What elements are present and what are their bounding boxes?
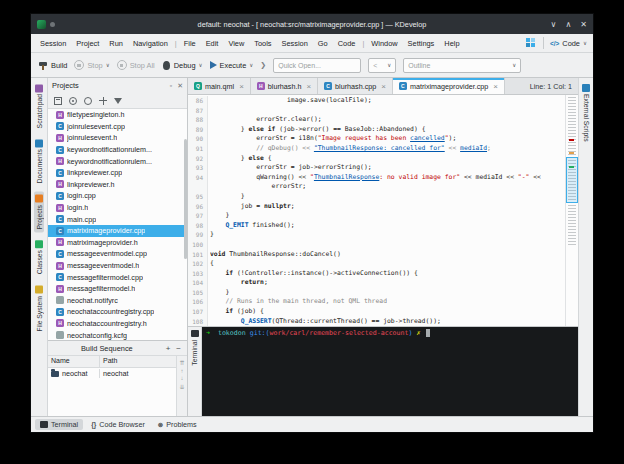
build-selection-icon[interactable] bbox=[69, 97, 77, 105]
tree-item[interactable]: Cneochataccountregistry.cpp bbox=[48, 306, 187, 318]
code-line: 108 Q_ASSERT(QThread::currentThread() ==… bbox=[188, 317, 565, 326]
code-line-text: image.save(localFile); bbox=[210, 96, 372, 106]
terminal-dock-tab[interactable]: Terminal bbox=[188, 327, 202, 416]
titlebar[interactable]: default: neochat - [ neochat:src/matrixi… bbox=[31, 14, 593, 34]
menu-run[interactable]: Run bbox=[104, 39, 128, 48]
terminal[interactable]: ➜ tokodon git:(work/carl/remember-select… bbox=[202, 327, 578, 416]
file-icon-h: H bbox=[56, 238, 64, 246]
tree-item-label: messageeventmodel.cpp bbox=[67, 249, 147, 258]
sidebar-tab-label: Classes bbox=[36, 250, 43, 274]
menu-window[interactable]: Window bbox=[366, 39, 402, 48]
tree-item[interactable]: Cmain.cpp bbox=[48, 213, 187, 225]
tree-item[interactable]: Hlinkpreviewer.h bbox=[48, 179, 187, 191]
cursor-position-status: Line: 1 Col: 1 bbox=[524, 78, 578, 94]
tree-item[interactable]: Hmatriximageprovider.h bbox=[48, 237, 187, 249]
menu-tools[interactable]: Tools bbox=[249, 39, 276, 48]
tab-close-icon[interactable]: × bbox=[306, 82, 311, 91]
menu-file[interactable]: File bbox=[179, 39, 201, 48]
stop-button[interactable]: Stop ∨ bbox=[74, 60, 109, 70]
tree-item[interactable]: Cmessageeventmodel.cpp bbox=[48, 248, 187, 260]
close-dock-icon[interactable]: ✕ bbox=[177, 82, 183, 90]
code-area-icon: </> bbox=[550, 40, 559, 47]
execute-button[interactable]: Execute ∨ bbox=[210, 61, 254, 70]
tree-item[interactable]: Hneochataccountregistry.h bbox=[48, 318, 187, 330]
tree-item[interactable]: neochat.notifyrc bbox=[48, 295, 187, 307]
menu-edit[interactable]: Edit bbox=[201, 39, 224, 48]
menu-code[interactable]: Code bbox=[333, 39, 361, 48]
right-tab-external-scripts[interactable]: External Scripts bbox=[581, 82, 591, 144]
statusbar-problems[interactable]: ⊗Problems bbox=[153, 419, 202, 430]
outline-input[interactable] bbox=[408, 62, 509, 69]
area-code-button[interactable]: </> Code ∨ bbox=[550, 39, 587, 48]
debug-button[interactable]: Debug ∨ bbox=[162, 61, 203, 70]
sidebar-tab-file-system[interactable]: File System bbox=[34, 283, 44, 335]
stop-all-button[interactable]: Stop All bbox=[117, 60, 155, 70]
tree-item[interactable]: Hkeywordnotificationrulem... bbox=[48, 155, 187, 167]
tree-item[interactable]: Hjoinrulesevent.h bbox=[48, 132, 187, 144]
area-switcher-icon[interactable] bbox=[526, 38, 537, 49]
close-button[interactable]: ✕ bbox=[580, 20, 587, 29]
quick-open-box[interactable] bbox=[273, 58, 361, 73]
minimap-viewport[interactable] bbox=[566, 157, 578, 203]
locate-document-icon[interactable] bbox=[99, 97, 107, 105]
statusbar-terminal[interactable]: Terminal bbox=[35, 419, 83, 430]
history-dropdown[interactable]: < ∨ bbox=[368, 58, 396, 73]
editor-tab-matriximageprovider-cpp[interactable]: Cmatriximageprovider.cpp× bbox=[393, 78, 505, 94]
float-dock-icon[interactable]: ▫ bbox=[170, 82, 172, 89]
tree-item[interactable]: Clogin.cpp bbox=[48, 190, 187, 202]
editor-tab-blurhash-h[interactable]: Hblurhash.h× bbox=[251, 78, 318, 94]
file-icon-txt bbox=[56, 296, 64, 304]
tree-item[interactable]: Hfiletypesingleton.h bbox=[48, 109, 187, 121]
line-number: 95 bbox=[188, 192, 208, 202]
menu-session[interactable]: Session bbox=[35, 39, 71, 48]
statusbar: Terminal{}Code Browser⊗Problems bbox=[31, 416, 593, 432]
sidebar-tab-documents[interactable]: Documents bbox=[34, 136, 44, 186]
tree-item[interactable]: Hmessageeventmodel.h bbox=[48, 260, 187, 272]
move-bottom-icon[interactable]: ⇊ bbox=[179, 383, 184, 390]
tree-item[interactable]: neochatconfig.kcfg bbox=[48, 329, 187, 340]
menu-settings[interactable]: Settings bbox=[403, 39, 440, 48]
menu-project[interactable]: Project bbox=[71, 39, 104, 48]
move-down-icon[interactable]: ↓ bbox=[181, 375, 184, 381]
move-up-icon[interactable]: ↑ bbox=[181, 368, 184, 374]
filter-icon[interactable] bbox=[114, 98, 122, 104]
quick-open-input[interactable] bbox=[278, 62, 356, 69]
menu-help[interactable]: Help bbox=[439, 39, 464, 48]
tab-close-icon[interactable]: × bbox=[239, 82, 244, 91]
tree-item[interactable]: Cjoinrulesevent.cpp bbox=[48, 121, 187, 133]
tree-item[interactable]: Cmatriximageprovider.cpp bbox=[48, 225, 187, 237]
sidebar-tab-projects[interactable]: Projects bbox=[34, 192, 44, 233]
menu-go[interactable]: Go bbox=[313, 39, 333, 48]
build-sequence-row[interactable]: neochat neochat bbox=[48, 368, 176, 380]
tree-item[interactable]: Cmessagefiltermodel.cpp bbox=[48, 271, 187, 283]
maximize-button[interactable]: ∧ bbox=[565, 20, 571, 29]
column-header-name[interactable]: Name bbox=[48, 356, 100, 367]
sidebar-tab-scratchpad[interactable]: Scratchpad bbox=[34, 81, 44, 131]
tree-item[interactable]: Hmessagefiltermodel.h bbox=[48, 283, 187, 295]
tab-close-icon[interactable]: × bbox=[381, 82, 386, 91]
tab-close-icon[interactable]: × bbox=[493, 82, 498, 91]
build-button[interactable]: Build bbox=[38, 60, 67, 70]
statusbar-code-browser[interactable]: {}Code Browser bbox=[86, 419, 150, 430]
tree-item[interactable]: Clinkpreviewer.cpp bbox=[48, 167, 187, 179]
outline-box[interactable]: ∨ bbox=[403, 58, 521, 73]
editor-tab-blurhash-cpp[interactable]: Cblurhash.cpp× bbox=[318, 78, 393, 94]
minimap-scrollbar[interactable] bbox=[565, 95, 578, 326]
menu-navigation[interactable]: Navigation bbox=[128, 39, 173, 48]
move-top-icon[interactable]: ⇈ bbox=[179, 359, 184, 366]
menu-session[interactable]: Session bbox=[277, 39, 313, 48]
sidebar-tab-classes[interactable]: Classes bbox=[34, 237, 44, 277]
toolbar-overflow-chevron[interactable]: ❯ bbox=[260, 61, 266, 69]
column-header-path[interactable]: Path bbox=[100, 356, 120, 367]
editor-tab-main-qml[interactable]: Qmain.qml× bbox=[188, 78, 251, 94]
tree-item[interactable]: Hlogin.h bbox=[48, 202, 187, 214]
tree-item[interactable]: Ckeywordnotificationrulem... bbox=[48, 144, 187, 156]
code-editor[interactable]: 86 image.save(localFile);8788 errorStr.c… bbox=[188, 95, 565, 326]
open-configuration-icon[interactable] bbox=[54, 97, 62, 105]
code-line: 96 job = nullptr; bbox=[188, 202, 565, 212]
remove-from-buildset-button[interactable]: − bbox=[176, 344, 181, 353]
minimize-button[interactable]: ∨ bbox=[551, 20, 557, 29]
menu-view[interactable]: View bbox=[223, 39, 249, 48]
add-to-buildset-button[interactable]: + bbox=[166, 344, 171, 353]
install-icon[interactable] bbox=[84, 97, 92, 105]
